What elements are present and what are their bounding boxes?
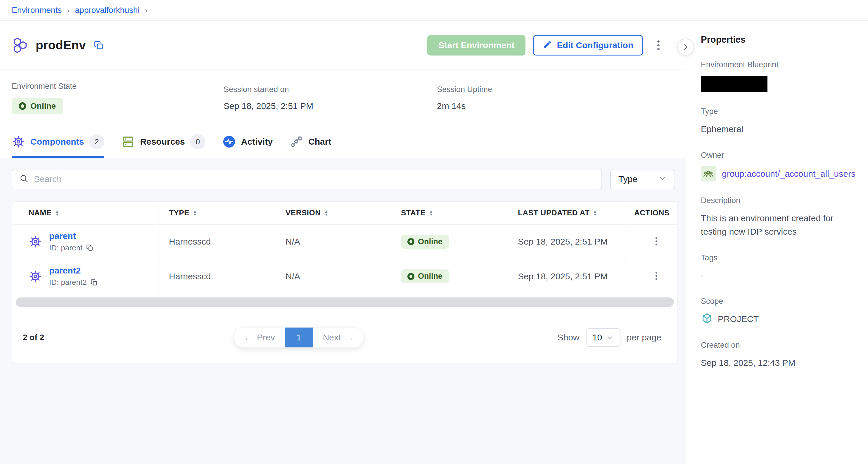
type-label: Type bbox=[701, 107, 856, 116]
state-badge: Online bbox=[401, 269, 449, 283]
tab-components-label: Components bbox=[30, 137, 84, 147]
search-box bbox=[12, 169, 602, 189]
tab-activity-label: Activity bbox=[241, 137, 273, 147]
tab-activity[interactable]: Activity bbox=[222, 126, 273, 158]
group-users-icon bbox=[701, 166, 716, 181]
tags-value: - bbox=[701, 269, 856, 283]
start-environment-button[interactable]: Start Environment bbox=[427, 35, 525, 56]
page-1-button[interactable]: 1 bbox=[285, 328, 313, 347]
component-id: ID: parent bbox=[49, 243, 83, 252]
collapse-panel-button[interactable] bbox=[677, 38, 694, 56]
environment-state-value: Online bbox=[30, 101, 56, 111]
description-value: This is an environment created for testi… bbox=[701, 212, 856, 239]
sort-icon: ▲▼ bbox=[324, 210, 329, 216]
sort-icon: ▲▼ bbox=[593, 210, 597, 216]
owner-label: Owner bbox=[701, 151, 856, 160]
column-header-last-updated[interactable]: LAST UPDATED AT▲▼ bbox=[509, 202, 625, 224]
component-id: ID: parent2 bbox=[49, 278, 87, 287]
prev-page-button[interactable]: ← Prev bbox=[234, 328, 285, 347]
edit-configuration-label: Edit Configuration bbox=[557, 40, 633, 50]
cube-icon bbox=[701, 312, 713, 326]
page-title: prodEnv bbox=[36, 38, 86, 52]
next-page-button[interactable]: Next → bbox=[313, 328, 364, 347]
breadcrumb-approvalforkhushi-link[interactable]: approvalforkhushi bbox=[75, 5, 140, 15]
online-ring-icon bbox=[407, 273, 414, 280]
component-version: N/A bbox=[277, 224, 392, 259]
copy-id-icon[interactable] bbox=[90, 279, 98, 286]
environment-hexagons-icon bbox=[12, 37, 28, 54]
column-header-state[interactable]: STATE▲▼ bbox=[392, 202, 509, 224]
scatter-chart-icon bbox=[290, 135, 303, 149]
chevron-down-icon bbox=[658, 174, 667, 185]
created-on-label: Created on bbox=[701, 341, 856, 350]
component-name-link[interactable]: parent2 bbox=[49, 266, 98, 276]
table-header-row: NAME▲▼ TYPE▲▼ VERSION▲▼ STATE▲▼ LAST UPD… bbox=[12, 202, 678, 224]
sort-icon: ▲▼ bbox=[55, 210, 59, 216]
scope-label: Scope bbox=[701, 297, 856, 306]
search-icon bbox=[19, 174, 29, 184]
component-type: Harnesscd bbox=[160, 259, 277, 293]
column-header-version[interactable]: VERSION▲▼ bbox=[277, 202, 392, 224]
chevron-right-icon bbox=[681, 43, 690, 52]
pencil-icon bbox=[543, 40, 552, 51]
owner-group-link[interactable]: group:account/_account_all_users bbox=[722, 169, 856, 179]
row-more-options-button[interactable] bbox=[649, 233, 664, 250]
scrollbar-thumb[interactable] bbox=[16, 298, 674, 307]
tab-chart[interactable]: Chart bbox=[290, 126, 331, 158]
properties-title: Properties bbox=[701, 34, 856, 45]
arrow-left-icon: ← bbox=[244, 333, 253, 342]
session-overview: Environment State Online Session started… bbox=[0, 70, 686, 126]
page-header: prodEnv Start Environment bbox=[0, 21, 686, 70]
tab-chart-label: Chart bbox=[308, 137, 331, 147]
session-uptime-label: Session Uptime bbox=[437, 85, 674, 94]
tags-label: Tags bbox=[701, 253, 856, 262]
environment-state-label: Environment State bbox=[12, 82, 224, 91]
component-last-updated: Sep 18, 2025, 2:51 PM bbox=[509, 224, 625, 259]
copy-name-icon[interactable] bbox=[94, 40, 104, 51]
type-filter-dropdown[interactable]: Type bbox=[610, 169, 675, 189]
column-header-name[interactable]: NAME▲▼ bbox=[12, 202, 160, 224]
components-count-badge: 2 bbox=[89, 134, 104, 149]
horizontal-scrollbar bbox=[12, 293, 677, 311]
properties-panel: Properties Environment Blueprint Type Ep… bbox=[686, 21, 868, 464]
component-version: N/A bbox=[277, 259, 392, 293]
online-ring-icon bbox=[19, 102, 26, 110]
online-ring-icon bbox=[407, 238, 414, 245]
column-header-type[interactable]: TYPE▲▼ bbox=[160, 202, 277, 224]
main-content: prodEnv Start Environment bbox=[0, 21, 686, 464]
gear-icon bbox=[12, 135, 25, 149]
page-size-dropdown[interactable]: 10 bbox=[586, 328, 620, 347]
server-stack-icon bbox=[121, 135, 135, 149]
activity-pulse-icon bbox=[222, 135, 236, 149]
component-type: Harnesscd bbox=[160, 224, 277, 259]
table-row: parent ID: parent bbox=[12, 224, 678, 259]
copy-id-icon[interactable] bbox=[86, 244, 94, 252]
blueprint-label: Environment Blueprint bbox=[701, 60, 856, 69]
tab-components[interactable]: Components 2 bbox=[12, 126, 104, 158]
state-badge: Online bbox=[401, 235, 449, 249]
sort-icon: ▲▼ bbox=[429, 210, 433, 216]
per-page-label: per page bbox=[627, 333, 661, 342]
arrow-right-icon: → bbox=[345, 333, 353, 342]
header-more-options-button[interactable] bbox=[651, 36, 666, 54]
breadcrumb-separator-icon: › bbox=[145, 5, 148, 15]
breadcrumb-environments-link[interactable]: Environments bbox=[12, 5, 62, 15]
pagination-summary: 2 of 2 bbox=[23, 333, 44, 342]
show-label: Show bbox=[558, 333, 580, 342]
pagination-pill: ← Prev 1 Next → bbox=[234, 327, 364, 348]
column-header-actions: ACTIONS bbox=[625, 202, 678, 224]
description-label: Description bbox=[701, 196, 856, 205]
chevron-down-icon bbox=[606, 334, 614, 341]
blueprint-value-redacted bbox=[701, 76, 768, 92]
type-value: Ephemeral bbox=[701, 122, 856, 136]
component-name-link[interactable]: parent bbox=[49, 231, 94, 241]
edit-configuration-button[interactable]: Edit Configuration bbox=[533, 35, 643, 56]
pagination-bar: 2 of 2 ← Prev 1 Next → bbox=[12, 311, 677, 364]
search-input[interactable] bbox=[34, 174, 594, 184]
component-gear-icon bbox=[29, 270, 42, 283]
tab-resources[interactable]: Resources 0 bbox=[121, 126, 205, 158]
breadcrumb: Environments › approvalforkhushi › bbox=[0, 0, 868, 21]
component-last-updated: Sep 18, 2025, 2:51 PM bbox=[509, 259, 625, 293]
row-more-options-button[interactable] bbox=[649, 268, 664, 285]
scope-value: PROJECT bbox=[718, 312, 759, 326]
